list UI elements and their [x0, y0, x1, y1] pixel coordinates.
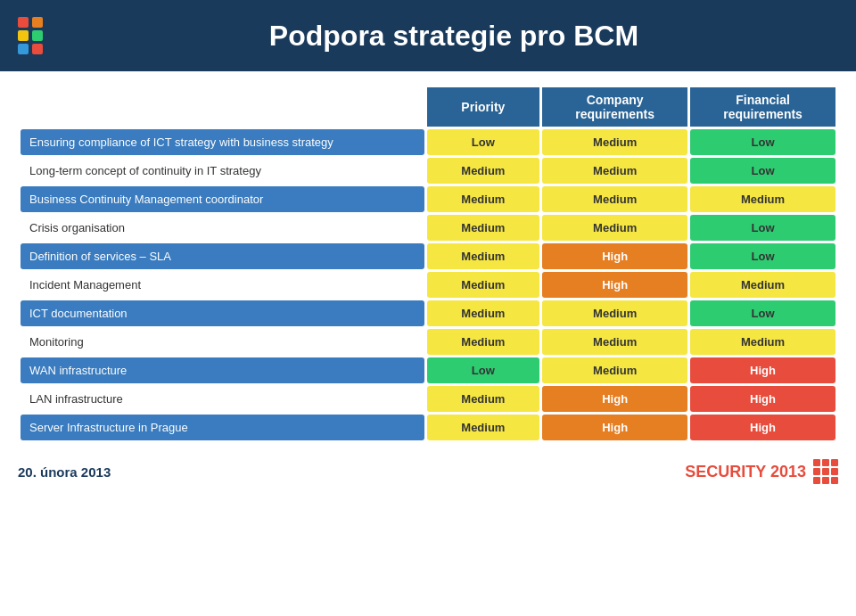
company-requirements-cell: Medium: [542, 300, 687, 326]
company-requirements-cell: Medium: [542, 215, 687, 241]
priority-cell: Medium: [427, 272, 540, 298]
priority-cell: Low: [427, 357, 540, 383]
recommendation-cell: Ensuring compliance of ICT strategy with…: [21, 129, 424, 155]
brand-dot: [831, 468, 838, 475]
financial-requirements-cell: High: [690, 357, 835, 383]
main-content: Priority Companyrequirements Financialre…: [0, 71, 856, 452]
priority-cell: Medium: [427, 386, 540, 412]
col-header-financial: Financialrequirements: [690, 87, 835, 127]
logo-dot: [18, 17, 29, 28]
page-title: Podpora strategie pro BCM: [70, 20, 838, 53]
table-row: WAN infrastructureLowMediumHigh: [21, 357, 835, 383]
logo-dot: [18, 44, 29, 54]
company-requirements-cell: Medium: [542, 186, 687, 212]
company-requirements-cell: Medium: [542, 158, 687, 184]
col-header-company: Companyrequirements: [542, 87, 687, 127]
brand-dot: [822, 468, 829, 475]
table-row: LAN infrastructureMediumHighHigh: [21, 386, 835, 412]
financial-requirements-cell: Low: [690, 158, 835, 184]
recommendation-cell: ICT documentation: [21, 300, 424, 326]
priority-cell: Medium: [427, 329, 540, 355]
page-header: Podpora strategie pro BCM: [0, 0, 856, 71]
page-footer: 20. února 2013 SECURITY 2013: [0, 452, 856, 484]
table-row: Business Continuity Management coordinat…: [21, 186, 835, 212]
priority-cell: Medium: [427, 415, 540, 440]
logo: [18, 17, 43, 54]
company-requirements-cell: High: [542, 243, 687, 269]
priority-cell: Low: [427, 129, 540, 155]
financial-requirements-cell: Low: [690, 215, 835, 241]
financial-requirements-cell: High: [690, 415, 835, 440]
financial-requirements-cell: High: [690, 386, 835, 412]
company-requirements-cell: High: [542, 415, 687, 440]
financial-requirements-cell: Medium: [690, 329, 835, 355]
logo-dot: [18, 30, 29, 41]
brand-dot: [822, 459, 829, 466]
table-row: Long-term concept of continuity in IT st…: [21, 158, 835, 184]
logo-dot: [32, 30, 43, 41]
brand-dot: [813, 459, 820, 466]
recommendation-cell: WAN infrastructure: [21, 357, 424, 383]
footer-brand: SECURITY 2013: [685, 459, 838, 484]
table-row: Server Infrastructure in PragueMediumHig…: [21, 415, 835, 440]
financial-requirements-cell: Low: [690, 300, 835, 326]
col-header-recommendations: [21, 87, 424, 127]
footer-date: 20. února 2013: [18, 464, 111, 480]
logo-dot: [32, 17, 43, 28]
financial-requirements-cell: Medium: [690, 186, 835, 212]
financial-requirements-cell: Medium: [690, 272, 835, 298]
financial-requirements-cell: Low: [690, 243, 835, 269]
company-requirements-cell: Medium: [542, 357, 687, 383]
brand-label: SECURITY 2013: [685, 463, 806, 481]
table-row: Crisis organisationMediumMediumLow: [21, 215, 835, 241]
brand-dot: [822, 477, 829, 484]
priority-cell: Medium: [427, 300, 540, 326]
recommendation-cell: Monitoring: [21, 329, 424, 355]
brand-dot: [813, 477, 820, 484]
bcm-table: Priority Companyrequirements Financialre…: [18, 85, 838, 443]
col-header-priority: Priority: [427, 87, 540, 127]
priority-cell: Medium: [427, 243, 540, 269]
brand-dot: [831, 477, 838, 484]
recommendation-cell: Incident Management: [21, 272, 424, 298]
priority-cell: Medium: [427, 158, 540, 184]
recommendation-cell: Server Infrastructure in Prague: [21, 415, 424, 440]
table-row: MonitoringMediumMediumMedium: [21, 329, 835, 355]
priority-cell: Medium: [427, 186, 540, 212]
recommendation-cell: Crisis organisation: [21, 215, 424, 241]
table-row: ICT documentationMediumMediumLow: [21, 300, 835, 326]
company-requirements-cell: Medium: [542, 329, 687, 355]
recommendation-cell: Long-term concept of continuity in IT st…: [21, 158, 424, 184]
brand-dot: [831, 459, 838, 466]
footer-dots: [813, 459, 838, 484]
table-header-row: Priority Companyrequirements Financialre…: [21, 87, 835, 127]
table-row: Incident ManagementMediumHighMedium: [21, 272, 835, 298]
recommendation-cell: Business Continuity Management coordinat…: [21, 186, 424, 212]
logo-dot: [32, 44, 43, 54]
company-requirements-cell: High: [542, 386, 687, 412]
company-requirements-cell: High: [542, 272, 687, 298]
table-row: Definition of services – SLAMediumHighLo…: [21, 243, 835, 269]
recommendation-cell: Definition of services – SLA: [21, 243, 424, 269]
table-row: Ensuring compliance of ICT strategy with…: [21, 129, 835, 155]
recommendation-cell: LAN infrastructure: [21, 386, 424, 412]
brand-dot: [813, 468, 820, 475]
financial-requirements-cell: Low: [690, 129, 835, 155]
company-requirements-cell: Medium: [542, 129, 687, 155]
priority-cell: Medium: [427, 215, 540, 241]
